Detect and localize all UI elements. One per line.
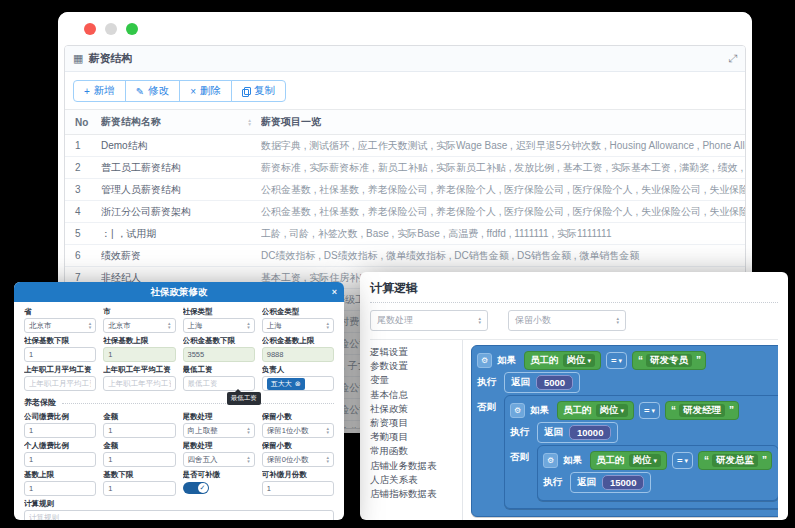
string-block[interactable]: “ 研发经理 ” xyxy=(665,401,739,420)
manager-input[interactable]: 五大大 ⊗ xyxy=(262,376,334,391)
menu-item-attendance-items[interactable]: 考勤项目 xyxy=(370,430,462,444)
tag-close-icon[interactable]: ⊗ xyxy=(295,380,301,388)
company-ratio-input[interactable]: 1 xyxy=(24,423,96,438)
panel-title: 薪资结构 xyxy=(88,51,132,66)
menu-item-parameter-settings[interactable]: 参数设置 xyxy=(370,359,462,373)
pension-section-divider: 养老保险 xyxy=(24,397,334,408)
calc-rule-input[interactable] xyxy=(29,513,329,520)
fund-base-min-field: 公积金基数下限 3555 xyxy=(183,336,255,362)
company-rounding-select[interactable]: 向上取整 ▴▾ xyxy=(183,423,255,438)
base-max-input[interactable]: 1 xyxy=(24,481,96,496)
table-row[interactable]: 6绩效薪资DC绩效指标 , DS绩效指标 , 微单绩效指标 , DC销售金额 ,… xyxy=(65,245,745,267)
min-wage-field: 最低工资 最低工资 xyxy=(183,365,255,391)
return-block[interactable]: 返回 5000 xyxy=(504,372,580,393)
number-block[interactable]: 15000 xyxy=(602,475,644,490)
menu-item-store-index-table[interactable]: 店铺指标数据表 xyxy=(370,487,462,501)
personal-ratio-input[interactable]: 1 xyxy=(24,452,96,467)
city-field: 市 北京市 ▴▾ xyxy=(103,307,175,333)
copy-icon xyxy=(242,87,250,96)
fund-type-select[interactable]: 上海 ▴▾ xyxy=(262,318,334,333)
allow-makeup-toggle[interactable]: ✓ xyxy=(183,482,209,494)
social-policy-modal: 社保政策修改 × 省 北京市 ▴▾ 市 北京市 ▴▾ 社保类型 xyxy=(14,282,344,520)
personal-amount-field: 金额 1 xyxy=(103,441,175,467)
gear-icon[interactable]: ⚙ xyxy=(510,403,525,418)
personal-rounding-select[interactable]: 四舍五入 ▴▾ xyxy=(183,452,255,467)
return-block[interactable]: 返回 10000 xyxy=(537,422,618,443)
company-decimal-select[interactable]: 保留1位小数 ▴▾ xyxy=(262,423,334,438)
fund-base-min-input[interactable]: 3555 xyxy=(183,347,255,362)
delete-icon: × xyxy=(190,86,196,97)
personal-ratio-field: 个人缴费比例 1 xyxy=(24,441,96,467)
employee-field-block[interactable]: 员工的 岗位▾ xyxy=(557,401,634,420)
menu-item-store-business-table[interactable]: 店铺业务数据表 xyxy=(370,459,462,473)
min-wage-input[interactable] xyxy=(188,379,250,388)
company-amount-input[interactable]: 1 xyxy=(103,423,175,438)
makeup-months-input[interactable]: 1 xyxy=(262,481,334,496)
menu-item-common-functions[interactable]: 常用函数 xyxy=(370,444,462,458)
select-arrows-icon: ▴▾ xyxy=(247,322,250,329)
year-avg-input[interactable] xyxy=(108,379,170,388)
rounding-select[interactable]: 尾数处理 ▴▾ xyxy=(370,310,488,331)
fund-base-max-input[interactable]: 9888 xyxy=(262,347,334,362)
if-block-level2[interactable]: ⚙ 如果 员工的 岗位▾ =▾ “ 研发经理 ” xyxy=(504,395,778,509)
expand-icon[interactable]: ⤢ xyxy=(728,52,737,65)
number-block[interactable]: 5000 xyxy=(536,375,573,390)
operator-block[interactable]: =▾ xyxy=(606,352,627,369)
string-block[interactable]: “ 研发专员 ” xyxy=(632,351,706,370)
fund-type-field: 公积金类型 上海 ▴▾ xyxy=(262,307,334,333)
personal-amount-input[interactable]: 1 xyxy=(103,452,175,467)
menu-item-salary-items[interactable]: 薪资项目 xyxy=(370,416,462,430)
employee-field-block[interactable]: 员工的 岗位▾ xyxy=(524,351,601,370)
add-button[interactable]: + 新增 xyxy=(73,80,126,102)
menu-item-logic-settings[interactable]: 逻辑设置 xyxy=(370,345,462,359)
city-select[interactable]: 北京市 ▴▾ xyxy=(103,318,175,333)
manager-field: 负责人 五大大 ⊗ xyxy=(262,365,334,391)
menu-item-person-store-table[interactable]: 人店关系表 xyxy=(370,473,462,487)
manager-tag[interactable]: 五大大 ⊗ xyxy=(267,378,305,390)
ss-base-min-input[interactable]: 1 xyxy=(24,347,96,362)
modal-close-icon[interactable]: × xyxy=(332,282,337,302)
field-dropdown[interactable]: 岗位▾ xyxy=(629,454,662,467)
ss-base-max-input[interactable]: 1 xyxy=(103,347,175,362)
table-row[interactable]: 4浙江分公司薪资架构公积金基数 , 社保基数 , 养老保险公司 , 养老保险个人… xyxy=(65,201,745,223)
if-block-level1[interactable]: ⚙ 如果 员工的 岗位▾ =▾ “ 研发专员 ” xyxy=(471,345,778,517)
sort-icon[interactable]: ▴▾ xyxy=(248,118,251,126)
month-avg-input[interactable] xyxy=(29,379,91,388)
gear-icon[interactable]: ⚙ xyxy=(477,353,492,368)
delete-button[interactable]: × 删除 xyxy=(179,80,232,102)
base-min-input[interactable]: 1 xyxy=(103,481,175,496)
table-row[interactable]: 3管理人员薪资结构公积金基数 , 社保基数 , 养老保险公司 , 养老保险个人 … xyxy=(65,179,745,201)
menu-item-basic-info[interactable]: 基本信息 xyxy=(370,388,462,402)
field-dropdown[interactable]: 岗位▾ xyxy=(563,354,596,367)
pension-section-title: 养老保险 xyxy=(24,397,56,408)
province-select[interactable]: 北京市 ▴▾ xyxy=(24,318,96,333)
company-ratio-field: 公司缴费比例 1 xyxy=(24,412,96,438)
gear-icon[interactable]: ⚙ xyxy=(543,453,558,468)
field-dropdown[interactable]: 岗位▾ xyxy=(596,404,629,417)
logic-menu: 逻辑设置 参数设置 变量 基本信息 社保政策 薪资项目 考勤项目 常用函数 店铺… xyxy=(370,340,463,520)
edit-button[interactable]: ✎ 修改 xyxy=(125,80,180,102)
number-block[interactable]: 10000 xyxy=(569,425,611,440)
personal-decimal-select[interactable]: 保留0位小数 ▴▾ xyxy=(262,452,334,467)
operator-block[interactable]: =▾ xyxy=(639,402,660,419)
decimal-select[interactable]: 保留小数 ▴▾ xyxy=(508,310,626,331)
social-type-select[interactable]: 上海 ▴▾ xyxy=(183,318,255,333)
string-block[interactable]: “ 研发总监 ” xyxy=(698,451,772,470)
close-traffic-light[interactable] xyxy=(84,23,96,35)
province-field: 省 北京市 ▴▾ xyxy=(24,307,96,333)
minimize-traffic-light[interactable] xyxy=(105,23,117,35)
table-row[interactable]: 1Demo结构数据字典 , 测试循环 , 应工作天数测试 , 实际Wage Ba… xyxy=(65,135,745,157)
employee-field-block[interactable]: 员工的 岗位▾ xyxy=(590,451,667,470)
return-block[interactable]: 返回 15000 xyxy=(570,472,651,493)
caret-down-icon: ▾ xyxy=(588,357,592,365)
operator-block[interactable]: =▾ xyxy=(672,452,693,469)
menu-item-variables[interactable]: 变量 xyxy=(370,373,462,387)
zoom-traffic-light[interactable] xyxy=(126,23,138,35)
menu-item-social-policy[interactable]: 社保政策 xyxy=(370,402,462,416)
copy-button[interactable]: 复制 xyxy=(231,80,286,102)
table-row[interactable]: 2普工员工薪资结构薪资标准 , 实际薪资标准 , 新员工补贴 , 实际新员工补贴… xyxy=(65,157,745,179)
blocks-canvas[interactable]: ⚙ 如果 员工的 岗位▾ =▾ “ 研发专员 ” xyxy=(463,340,778,520)
caret-down-icon: ▾ xyxy=(621,407,625,415)
if-block-level3[interactable]: ⚙ 如果 员工的 岗位▾ =▾ “ xyxy=(537,445,778,501)
table-row[interactable]: 5：| ，试用期工龄 , 司龄 , 补签次数 , Base , 实际Base ,… xyxy=(65,223,745,245)
